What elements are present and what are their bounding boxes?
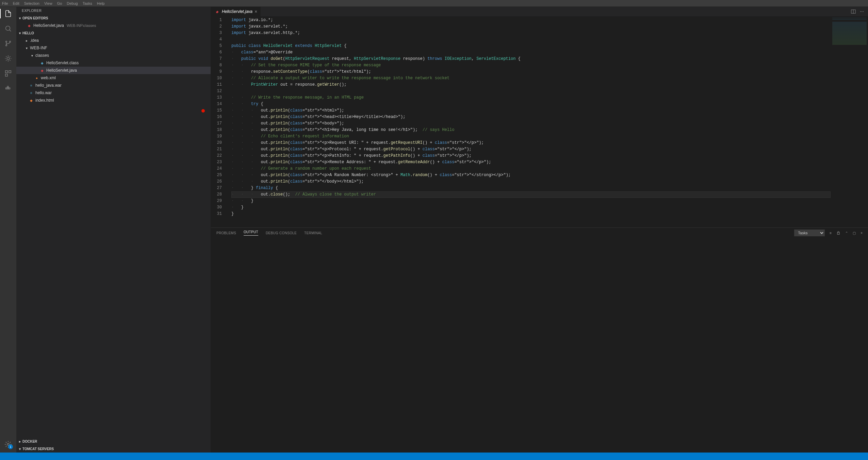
tree-label: HelloServlet.java bbox=[46, 68, 77, 73]
war-icon: ≡ bbox=[29, 83, 34, 88]
panel-tabs: PROBLEMS OUTPUT DEBUG CONSOLE TERMINAL T… bbox=[211, 228, 868, 238]
open-editor-name: HelloServlet.java bbox=[33, 23, 64, 28]
activity-docker[interactable] bbox=[4, 84, 12, 92]
tree-label: web.xml bbox=[41, 75, 56, 80]
panel-tab-output[interactable]: OUTPUT bbox=[244, 230, 258, 236]
extensions-icon bbox=[4, 70, 12, 77]
line-gutter[interactable]: 1234567891011121314151617181920212223242… bbox=[211, 16, 229, 227]
main-container: 1 EXPLORER ▾ OPEN EDITORS ◆ HelloServlet… bbox=[0, 7, 868, 453]
minimap[interactable] bbox=[831, 16, 868, 227]
chevron-down-icon: ▾ bbox=[18, 16, 22, 20]
java-icon: ◆ bbox=[214, 9, 220, 14]
chevron-down-icon: ▾ bbox=[18, 31, 22, 35]
html-icon: ◆ bbox=[29, 98, 34, 103]
tree-label: index.html bbox=[35, 98, 54, 103]
docker-label: DOCKER bbox=[22, 440, 37, 443]
tree-file-war2[interactable]: ≡ hello.war bbox=[16, 89, 211, 97]
war-icon: ≡ bbox=[29, 90, 34, 96]
settings-badge: 1 bbox=[8, 444, 13, 449]
tree-label: .idea bbox=[30, 38, 39, 43]
panel-maximize-icon[interactable]: ▢ bbox=[853, 231, 856, 235]
tomcat-label: TOMCAT SERVERS bbox=[22, 447, 54, 451]
tree-label: classes bbox=[35, 53, 49, 58]
menu-selection[interactable]: Selection bbox=[24, 1, 39, 5]
panel-tab-debug[interactable]: DEBUG CONSOLE bbox=[266, 231, 297, 235]
tree-label: HelloServlet.class bbox=[46, 61, 79, 65]
menu-file[interactable]: File bbox=[2, 1, 8, 5]
panel-expand-icon[interactable]: ⌃ bbox=[845, 231, 848, 235]
search-icon bbox=[4, 25, 12, 32]
section-project[interactable]: ▾ HELLO bbox=[16, 29, 211, 37]
clear-output-icon[interactable]: ≡ bbox=[830, 231, 832, 235]
tree-folder-webinf[interactable]: ▾ WEB-INF bbox=[16, 44, 211, 52]
tree-label: hello_java.war bbox=[35, 83, 62, 88]
class-icon: ◆ bbox=[39, 60, 45, 66]
activity-debug[interactable] bbox=[4, 54, 12, 63]
open-editors-tree: ◆ HelloServlet.java WEB-INF\classes bbox=[16, 22, 211, 29]
docker-icon bbox=[4, 85, 12, 92]
tree-label: WEB-INF bbox=[30, 46, 47, 50]
menu-debug[interactable]: Debug bbox=[67, 1, 78, 5]
tab-actions: ⋯ bbox=[847, 7, 868, 16]
tree-folder-idea[interactable]: ▸ .idea bbox=[16, 37, 211, 44]
menu-bar: File Edit Selection View Go Debug Tasks … bbox=[0, 0, 868, 7]
lock-scroll-icon[interactable] bbox=[836, 231, 840, 235]
open-editor-item[interactable]: ◆ HelloServlet.java WEB-INF\classes bbox=[16, 22, 211, 29]
editor-tab[interactable]: ◆ HelloServlet.java × bbox=[211, 7, 261, 16]
open-editor-path: WEB-INF\classes bbox=[67, 23, 96, 28]
activity-source-control[interactable] bbox=[4, 39, 12, 48]
tree-file-war1[interactable]: ≡ hello_java.war bbox=[16, 82, 211, 89]
tree-file-java[interactable]: ◆ HelloServlet.java bbox=[16, 67, 211, 74]
sidebar: EXPLORER ▾ OPEN EDITORS ◆ HelloServlet.j… bbox=[16, 7, 211, 453]
tree-folder-classes[interactable]: ▾ classes bbox=[16, 52, 211, 59]
panel-tab-problems[interactable]: PROBLEMS bbox=[216, 231, 236, 235]
project-tree: ▸ .idea ▾ WEB-INF ▾ classes ◆ HelloServl… bbox=[16, 37, 211, 438]
code-editor[interactable]: import java.io.*;import javax.servlet.*;… bbox=[229, 16, 831, 227]
xml-icon: ● bbox=[34, 75, 39, 81]
chevron-right-icon: ▸ bbox=[24, 39, 29, 42]
svg-rect-11 bbox=[9, 88, 10, 89]
tree-file-webxml[interactable]: ● web.xml bbox=[16, 74, 211, 82]
tree-file-class[interactable]: ◆ HelloServlet.class bbox=[16, 59, 211, 67]
split-editor-icon[interactable] bbox=[851, 9, 856, 14]
panel-tab-terminal[interactable]: TERMINAL bbox=[304, 231, 322, 235]
section-docker[interactable]: ▸ DOCKER bbox=[16, 438, 211, 445]
svg-rect-6 bbox=[5, 71, 7, 73]
activity-settings[interactable]: 1 bbox=[4, 440, 12, 448]
java-icon: ◆ bbox=[39, 68, 45, 73]
tab-name: HelloServlet.java bbox=[222, 9, 252, 14]
menu-edit[interactable]: Edit bbox=[13, 1, 19, 5]
menu-tasks[interactable]: Tasks bbox=[83, 1, 92, 5]
bug-icon bbox=[4, 55, 12, 62]
output-channel-select[interactable]: Tasks bbox=[794, 229, 825, 236]
svg-rect-7 bbox=[9, 71, 11, 73]
activity-explorer[interactable] bbox=[4, 10, 12, 18]
svg-rect-8 bbox=[5, 74, 7, 76]
menu-help[interactable]: Help bbox=[97, 1, 105, 5]
section-tomcat[interactable]: ▾ TOMCAT SERVERS bbox=[16, 445, 211, 453]
svg-rect-9 bbox=[6, 88, 7, 89]
svg-line-1 bbox=[10, 30, 11, 32]
tab-close-button[interactable]: × bbox=[255, 9, 257, 14]
editor-body: 1234567891011121314151617181920212223242… bbox=[211, 16, 868, 227]
panel-controls: Tasks ≡ ⌃ ▢ × bbox=[794, 229, 863, 236]
project-label: HELLO bbox=[22, 31, 34, 35]
more-actions-icon[interactable]: ⋯ bbox=[860, 9, 864, 14]
bottom-panel: PROBLEMS OUTPUT DEBUG CONSOLE TERMINAL T… bbox=[211, 227, 868, 453]
files-icon bbox=[4, 10, 12, 17]
section-open-editors[interactable]: ▾ OPEN EDITORS bbox=[16, 14, 211, 22]
menu-view[interactable]: View bbox=[44, 1, 52, 5]
chevron-down-icon: ▾ bbox=[24, 46, 29, 50]
menu-go[interactable]: Go bbox=[57, 1, 62, 5]
svg-rect-10 bbox=[7, 88, 9, 89]
tab-bar: ◆ HelloServlet.java × ⋯ bbox=[211, 7, 868, 16]
status-bar[interactable] bbox=[0, 453, 868, 460]
editor-area: ◆ HelloServlet.java × ⋯ 1234567891011121… bbox=[211, 7, 868, 453]
svg-point-0 bbox=[6, 26, 10, 31]
java-icon: ◆ bbox=[27, 23, 32, 28]
panel-close-icon[interactable]: × bbox=[861, 231, 863, 235]
svg-rect-16 bbox=[837, 233, 839, 234]
activity-extensions[interactable] bbox=[4, 69, 12, 78]
activity-search[interactable] bbox=[4, 24, 12, 33]
tree-file-index[interactable]: ◆ index.html bbox=[16, 97, 211, 104]
